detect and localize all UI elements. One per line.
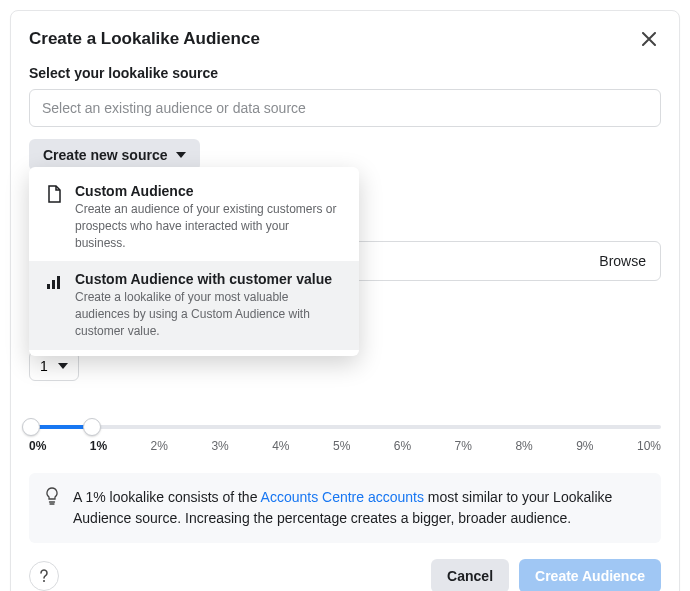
question-icon	[39, 569, 49, 583]
caret-down-icon	[58, 363, 68, 369]
dropdown-item-custom-audience-value[interactable]: Custom Audience with customer value Crea…	[29, 261, 359, 349]
svg-rect-1	[52, 280, 55, 289]
info-text: A 1% lookalike consists of the Accounts …	[73, 487, 645, 529]
help-button[interactable]	[29, 561, 59, 591]
dropdown-item-desc: Create a lookalike of your most valuable…	[75, 289, 343, 339]
tick-label: 0%	[29, 439, 46, 453]
source-placeholder: Select an existing audience or data sour…	[42, 100, 306, 116]
source-section-label: Select your lookalike source	[29, 65, 661, 81]
svg-point-3	[43, 580, 45, 582]
dropdown-item-custom-audience[interactable]: Custom Audience Create an audience of yo…	[29, 173, 359, 261]
slider-thumb-end[interactable]	[83, 418, 101, 436]
tick-label: 3%	[211, 439, 228, 453]
source-select-input[interactable]: Select an existing audience or data sour…	[29, 89, 661, 127]
tick-label: 6%	[394, 439, 411, 453]
tick-label: 1%	[90, 439, 107, 453]
slider-thumb-start[interactable]	[22, 418, 40, 436]
svg-rect-2	[57, 276, 60, 289]
modal-footer: Cancel Create Audience	[29, 559, 661, 591]
dropdown-item-title: Custom Audience	[75, 183, 343, 199]
close-button[interactable]	[637, 27, 661, 51]
audience-size-slider[interactable]: 0% 1% 2% 3% 4% 5% 6% 7% 8% 9% 10%	[29, 425, 661, 453]
footer-actions: Cancel Create Audience	[431, 559, 661, 591]
browse-link[interactable]: Browse	[599, 253, 646, 269]
create-audience-button[interactable]: Create Audience	[519, 559, 661, 591]
close-icon	[642, 32, 656, 46]
tick-label: 2%	[151, 439, 168, 453]
tick-label: 4%	[272, 439, 289, 453]
cancel-button[interactable]: Cancel	[431, 559, 509, 591]
dropdown-item-desc: Create an audience of your existing cust…	[75, 201, 343, 251]
slider-track	[29, 425, 661, 429]
dropdown-item-text: Custom Audience Create an audience of yo…	[75, 183, 343, 251]
tick-label: 7%	[455, 439, 472, 453]
modal-header: Create a Lookalike Audience	[29, 27, 661, 51]
number-value: 1	[40, 358, 48, 374]
bar-chart-icon	[45, 273, 63, 291]
info-text-pre: A 1% lookalike consists of the	[73, 489, 261, 505]
tick-label: 9%	[576, 439, 593, 453]
document-icon	[45, 185, 63, 203]
tick-label: 8%	[515, 439, 532, 453]
tick-label: 10%	[637, 439, 661, 453]
lightbulb-icon	[45, 487, 61, 529]
caret-down-icon	[176, 152, 186, 158]
dropdown-item-text: Custom Audience with customer value Crea…	[75, 271, 343, 339]
tick-label: 5%	[333, 439, 350, 453]
new-source-dropdown: Custom Audience Create an audience of yo…	[29, 167, 359, 356]
modal-title: Create a Lookalike Audience	[29, 29, 260, 49]
modal-create-lookalike: Create a Lookalike Audience Select your …	[10, 10, 680, 591]
info-box: A 1% lookalike consists of the Accounts …	[29, 473, 661, 543]
slider-ticks: 0% 1% 2% 3% 4% 5% 6% 7% 8% 9% 10%	[29, 439, 661, 453]
accounts-centre-link[interactable]: Accounts Centre accounts	[261, 489, 424, 505]
svg-rect-0	[47, 284, 50, 289]
create-new-source-label: Create new source	[43, 147, 168, 163]
dropdown-item-title: Custom Audience with customer value	[75, 271, 343, 287]
